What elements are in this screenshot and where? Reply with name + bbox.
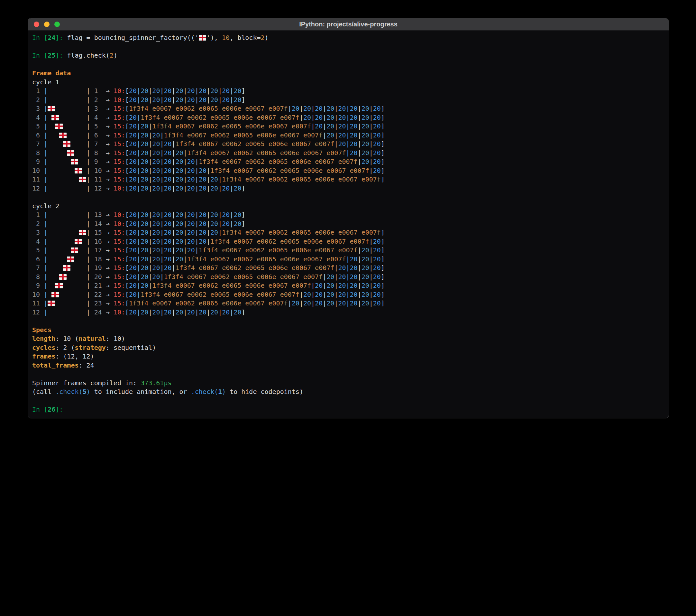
codepoint-separator: | xyxy=(137,264,141,272)
codepoint-separator: | xyxy=(183,211,187,218)
space-codepoint: 20 xyxy=(176,87,183,95)
codepoint-separator: | xyxy=(172,87,176,95)
codepoint-separator: | xyxy=(137,167,141,174)
space-codepoint: 20 xyxy=(350,273,358,281)
codepoint-separator: | xyxy=(160,175,164,183)
space-codepoint: 20 xyxy=(350,255,358,263)
codepoint-separator: | xyxy=(230,211,234,218)
space-codepoint: 20 xyxy=(222,96,230,104)
spinner-right-bar: | xyxy=(86,122,90,130)
codepoint-separator: | xyxy=(137,122,141,130)
space-codepoint: 20 xyxy=(362,273,369,281)
flag-codepoints: 1f3f4 e0067 e0062 e0065 e006e e0067 e007… xyxy=(141,113,299,121)
codepoint-count: 15: xyxy=(113,113,125,121)
codepoint-separator: | xyxy=(334,105,338,112)
space-codepoint: 20 xyxy=(338,264,346,272)
frame-number: 3 xyxy=(90,105,106,112)
codepoint-separator: | xyxy=(311,291,315,298)
terminal-window: IPython: projects/alive-progress In [24]… xyxy=(28,18,669,418)
code-segment: : 2 ( xyxy=(55,344,75,352)
spinner-left-bar: | xyxy=(44,291,48,298)
codepoint-separator: | xyxy=(218,87,222,95)
space-codepoint: 20 xyxy=(152,175,160,183)
codepoint-separator: | xyxy=(160,96,164,104)
codepoint-separator: | xyxy=(183,237,187,245)
england-flag-emoji xyxy=(63,141,70,147)
spinner-display xyxy=(48,237,86,245)
code-segment: total_frames xyxy=(32,361,79,369)
frame-row: 8 | | 8 → 15:[20|20|20|20|20|1f3f4 e0067… xyxy=(32,149,664,158)
spinner-left-bar: | xyxy=(44,308,48,316)
bracket-close: ] xyxy=(241,87,245,95)
space-codepoint: 20 xyxy=(176,308,183,316)
codepoint-separator: | xyxy=(137,149,141,157)
close-button[interactable] xyxy=(34,21,39,27)
codepoint-separator: | xyxy=(369,273,373,281)
codepoint-separator: | xyxy=(160,237,164,245)
codepoint-separator: | xyxy=(195,175,199,183)
bracket-close: ] xyxy=(381,149,385,157)
codepoint-separator: | xyxy=(369,291,373,298)
bracket-close: ] xyxy=(381,229,385,236)
space-codepoint: 20 xyxy=(350,140,358,148)
space-codepoint: 20 xyxy=(362,255,369,263)
space-codepoint: 20 xyxy=(362,149,369,157)
space-codepoint: 20 xyxy=(152,167,160,174)
space-codepoint: 20 xyxy=(315,299,322,307)
flag-codepoints: 1f3f4 e0067 e0062 e0065 e006e e0067 e007… xyxy=(199,246,358,254)
codepoint-separator: | xyxy=(137,158,141,166)
space-codepoint: 20 xyxy=(199,96,206,104)
bracket-open: [ xyxy=(125,167,129,174)
specs-heading: Specs xyxy=(32,326,664,335)
spinner-right-bar: | xyxy=(86,291,90,298)
england-flag-emoji xyxy=(51,115,59,120)
codepoint-separator: | xyxy=(137,113,141,121)
row-number: 7 xyxy=(32,264,44,272)
space-codepoint: 20 xyxy=(141,149,148,157)
space-codepoint: 20 xyxy=(176,211,183,218)
space-codepoint: 20 xyxy=(152,131,160,139)
codepoint-count: 15: xyxy=(113,140,125,148)
space-codepoint: 20 xyxy=(350,131,358,139)
arrow-icon: → xyxy=(106,273,113,281)
space-codepoint: 20 xyxy=(164,184,172,192)
frame-number: 13 xyxy=(90,211,106,218)
frame-number: 10 xyxy=(90,167,106,174)
arrow-icon: → xyxy=(106,149,113,157)
space-codepoint: 20 xyxy=(362,246,369,254)
space-codepoint: 20 xyxy=(362,105,369,112)
terminal-body[interactable]: In [24]: flag = bouncing_spinner_factory… xyxy=(28,31,669,418)
frame-row: 3 | | 3 → 15:[1f3f4 e0067 e0062 e0065 e0… xyxy=(32,104,664,113)
bracket-close: ] xyxy=(381,131,385,139)
space-codepoint: 20 xyxy=(141,122,148,130)
space-codepoint: 20 xyxy=(187,158,195,166)
bracket-close: ] xyxy=(381,122,385,130)
row-number: 9 xyxy=(32,158,44,166)
space-codepoint: 20 xyxy=(129,264,137,272)
minimize-button[interactable] xyxy=(44,21,49,27)
flag-codepoints: 1f3f4 e0067 e0062 e0065 e006e e0067 e007… xyxy=(176,264,334,272)
space-codepoint: 20 xyxy=(327,282,334,289)
code-segment: : 10 ( xyxy=(55,335,78,342)
space-codepoint: 20 xyxy=(350,105,358,112)
codepoint-separator: | xyxy=(137,246,141,254)
space-codepoint: 20 xyxy=(176,246,183,254)
frame-row: 12 | | 12 → 10:[20|20|20|20|20|20|20|20|… xyxy=(32,184,664,193)
frame-number: 16 xyxy=(90,237,106,245)
codepoint-separator: | xyxy=(195,211,199,218)
zoom-button[interactable] xyxy=(54,21,60,27)
space-codepoint: 20 xyxy=(210,175,218,183)
bracket-open: [ xyxy=(125,149,129,157)
row-number: 5 xyxy=(32,122,44,130)
bracket-open: [ xyxy=(125,105,129,112)
codepoint-separator: | xyxy=(148,149,152,157)
codepoint-separator: | xyxy=(358,113,362,121)
bracket-open: [ xyxy=(125,273,129,281)
codepoint-separator: | xyxy=(148,175,152,183)
frame-number: 20 xyxy=(90,273,106,281)
codepoint-separator: | xyxy=(137,175,141,183)
row-number: 5 xyxy=(32,246,44,254)
row-number: 6 xyxy=(32,131,44,139)
spinner-left-bar: | xyxy=(44,158,48,166)
space-codepoint: 20 xyxy=(373,273,381,281)
